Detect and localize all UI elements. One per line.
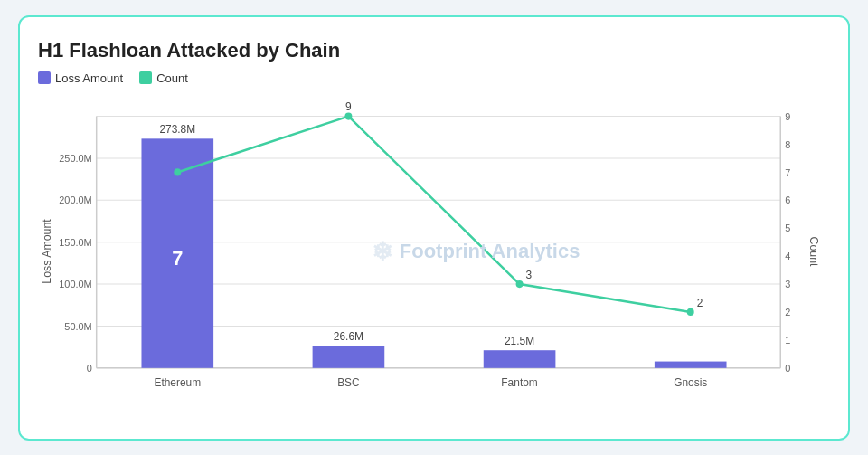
- svg-text:0: 0: [785, 362, 790, 373]
- svg-text:26.6M: 26.6M: [334, 329, 363, 342]
- bar-bsc: [313, 346, 385, 368]
- svg-text:9: 9: [345, 100, 352, 113]
- svg-text:2: 2: [697, 296, 703, 308]
- svg-text:7: 7: [785, 166, 790, 177]
- svg-text:200.0M: 200.0M: [59, 194, 91, 205]
- chart-card: H1 Flashloan Attacked by Chain Loss Amou…: [18, 15, 850, 441]
- chart-svg: 0 50.0M 100.0M 150.0M 200.0M 250.0M Loss…: [38, 98, 830, 405]
- svg-text:6: 6: [785, 194, 790, 205]
- svg-text:250.0M: 250.0M: [59, 152, 91, 163]
- svg-text:Gnosis: Gnosis: [674, 376, 707, 389]
- svg-text:5: 5: [785, 223, 790, 233]
- legend-loss-label: Loss Amount: [55, 71, 123, 85]
- svg-text:9: 9: [785, 110, 790, 121]
- svg-text:Loss Amount: Loss Amount: [41, 218, 53, 283]
- legend-count-label: Count: [156, 71, 188, 85]
- svg-text:Ethereum: Ethereum: [154, 376, 201, 389]
- bar-fantom: [484, 350, 556, 368]
- dot-ethereum: [174, 168, 181, 175]
- svg-text:7: 7: [172, 247, 183, 270]
- svg-text:100.0M: 100.0M: [59, 279, 91, 289]
- count-line: [177, 116, 690, 311]
- svg-text:150.0M: 150.0M: [59, 236, 91, 247]
- svg-text:3: 3: [785, 279, 790, 289]
- svg-text:Fantom: Fantom: [501, 376, 537, 389]
- legend-count-swatch: [139, 71, 152, 84]
- legend: Loss Amount Count: [38, 71, 830, 85]
- dot-bsc: [344, 112, 352, 119]
- chart-title: H1 Flashloan Attacked by Chain: [38, 39, 830, 62]
- legend-count: Count: [139, 71, 188, 85]
- svg-text:1: 1: [785, 334, 790, 345]
- svg-text:4: 4: [785, 251, 790, 261]
- svg-text:50.0M: 50.0M: [64, 320, 91, 331]
- bar-gnosis: [655, 361, 727, 367]
- legend-loss: Loss Amount: [38, 71, 123, 85]
- svg-text:8: 8: [785, 138, 790, 149]
- chart-area: 0 50.0M 100.0M 150.0M 200.0M 250.0M Loss…: [38, 98, 830, 405]
- svg-text:BSC: BSC: [337, 376, 360, 389]
- svg-text:3: 3: [526, 268, 533, 280]
- svg-text:Count: Count: [807, 236, 820, 267]
- svg-text:2: 2: [785, 306, 790, 317]
- dot-fantom: [516, 280, 524, 287]
- svg-text:0: 0: [87, 362, 92, 373]
- svg-text:273.8M: 273.8M: [159, 122, 195, 135]
- legend-loss-swatch: [38, 71, 51, 84]
- dot-gnosis: [687, 308, 694, 315]
- svg-text:21.5M: 21.5M: [505, 334, 534, 346]
